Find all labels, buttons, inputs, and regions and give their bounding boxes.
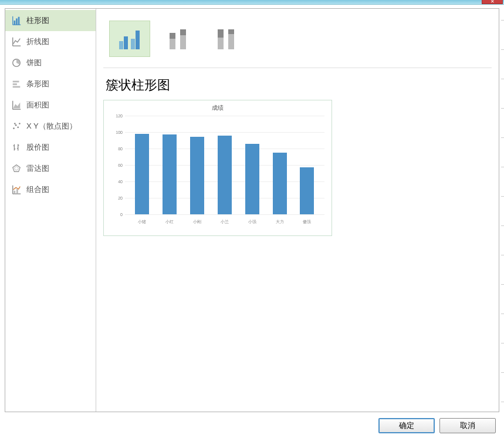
svg-rect-30	[16, 189, 18, 194]
svg-point-17	[19, 123, 21, 124]
sidebar-item-label: 折线图	[26, 36, 49, 47]
bar	[273, 153, 287, 214]
y-tick-label: 40	[111, 180, 123, 184]
scatter-chart-icon	[11, 121, 22, 132]
x-tick-label: 大力	[273, 219, 287, 225]
svg-marker-13	[13, 103, 21, 109]
window-chrome: ✕	[0, 0, 504, 5]
bar	[190, 137, 204, 214]
chart-title: 成绩	[111, 104, 324, 112]
sidebar-item-radar[interactable]: 雷达图	[5, 158, 96, 179]
sidebar-item-label: 股价图	[26, 142, 49, 153]
x-tick-label: 小刚	[190, 219, 204, 225]
ok-button[interactable]: 确定	[378, 418, 435, 433]
svg-rect-42	[228, 29, 234, 34]
x-tick-label: 小红	[163, 219, 177, 225]
dialog-panel: 柱形图 折线图 饼图 条形图 面积图 X Y（散点图） 股价图	[5, 8, 499, 412]
sidebar-item-bar[interactable]: 条形图	[5, 73, 96, 95]
sidebar-item-pie[interactable]: 饼图	[5, 52, 96, 73]
subtype-stacked100[interactable]	[205, 21, 246, 57]
svg-rect-8	[13, 81, 19, 83]
sidebar-item-column[interactable]: 柱形图	[5, 10, 96, 31]
hbar-chart-icon	[11, 79, 22, 89]
y-tick-label: 120	[111, 114, 123, 118]
sidebar-item-label: 柱形图	[26, 15, 49, 26]
clustered-column-icon	[116, 26, 144, 52]
sidebar-item-label: X Y（散点图）	[26, 121, 77, 132]
radar-chart-icon	[11, 163, 22, 174]
sidebar-item-line[interactable]: 折线图	[5, 31, 96, 52]
svg-point-18	[14, 123, 16, 124]
svg-point-16	[17, 126, 19, 128]
stacked-column-icon	[164, 26, 192, 52]
sidebar-item-stock[interactable]: 股价图	[5, 137, 96, 158]
bar	[218, 136, 232, 214]
svg-rect-37	[180, 35, 186, 49]
subtype-stacked[interactable]	[157, 21, 198, 57]
sidebar-item-label: 面积图	[26, 100, 49, 110]
plot-area: 020406080100120 小猪小红小刚小兰小强大力傻强	[125, 116, 324, 227]
close-icon[interactable]: ✕	[482, 0, 503, 4]
subtype-clustered[interactable]	[109, 21, 150, 57]
bar	[163, 134, 177, 214]
bar	[300, 167, 314, 214]
y-tick-label: 80	[111, 147, 123, 151]
svg-rect-2	[14, 21, 16, 25]
svg-rect-29	[14, 191, 16, 194]
svg-rect-33	[131, 39, 135, 49]
sidebar-item-label: 组合图	[26, 184, 49, 195]
svg-rect-36	[170, 33, 175, 39]
x-tick-label: 傻强	[300, 219, 314, 225]
combo-chart-icon	[11, 184, 22, 195]
svg-rect-3	[16, 18, 18, 25]
y-tick-label: 60	[111, 163, 123, 167]
svg-rect-40	[218, 29, 224, 38]
button-bar: 确定 取消	[378, 418, 496, 433]
sidebar-item-area[interactable]: 面积图	[5, 95, 96, 116]
sidebar-item-combo[interactable]: 组合图	[5, 179, 96, 200]
right-edge-ticks	[500, 8, 504, 438]
y-tick-label: 20	[111, 196, 123, 200]
sidebar-item-label: 雷达图	[26, 163, 49, 174]
bar-chart-icon	[11, 15, 22, 26]
pie-chart-icon	[11, 58, 22, 68]
svg-rect-10	[13, 86, 21, 88]
bars	[125, 116, 324, 214]
stacked100-column-icon	[212, 26, 240, 52]
svg-point-14	[13, 127, 15, 129]
sidebar-item-scatter[interactable]: X Y（散点图）	[5, 116, 96, 137]
chart-type-name: 簇状柱形图	[106, 76, 492, 94]
svg-marker-25	[13, 165, 21, 172]
svg-rect-38	[180, 29, 186, 35]
svg-rect-4	[18, 17, 20, 25]
y-tick-label: 0	[111, 213, 123, 217]
svg-rect-35	[170, 39, 175, 49]
svg-marker-26	[14, 166, 18, 170]
bar	[245, 144, 259, 214]
chart-preview: 成绩 020406080100120 小猪小红小刚小兰小强大力傻强	[103, 100, 332, 236]
svg-rect-32	[124, 36, 128, 49]
chart-type-sidebar: 柱形图 折线图 饼图 条形图 面积图 X Y（散点图） 股价图	[5, 9, 96, 412]
subtype-row	[103, 15, 492, 68]
x-axis-labels: 小猪小红小刚小兰小强大力傻强	[125, 219, 324, 225]
stock-chart-icon	[11, 142, 22, 153]
y-axis-ticks: 020406080100120	[111, 116, 123, 214]
x-tick-label: 小强	[245, 219, 259, 225]
svg-rect-31	[119, 41, 123, 49]
sidebar-item-label: 饼图	[26, 58, 42, 68]
line-chart-icon	[11, 36, 22, 47]
svg-rect-9	[13, 83, 17, 85]
area-chart-icon	[11, 100, 22, 110]
bar	[135, 134, 149, 214]
cancel-button[interactable]: 取消	[439, 418, 496, 433]
grid-line	[125, 214, 324, 215]
x-tick-label: 小猪	[135, 219, 149, 225]
sidebar-item-label: 条形图	[26, 79, 49, 89]
content-area: 簇状柱形图 成绩 020406080100120 小猪小红小刚小兰小强大力傻强	[96, 9, 499, 412]
svg-rect-34	[136, 31, 140, 49]
svg-point-15	[15, 124, 17, 126]
y-tick-label: 100	[111, 130, 123, 134]
x-tick-label: 小兰	[218, 219, 232, 225]
